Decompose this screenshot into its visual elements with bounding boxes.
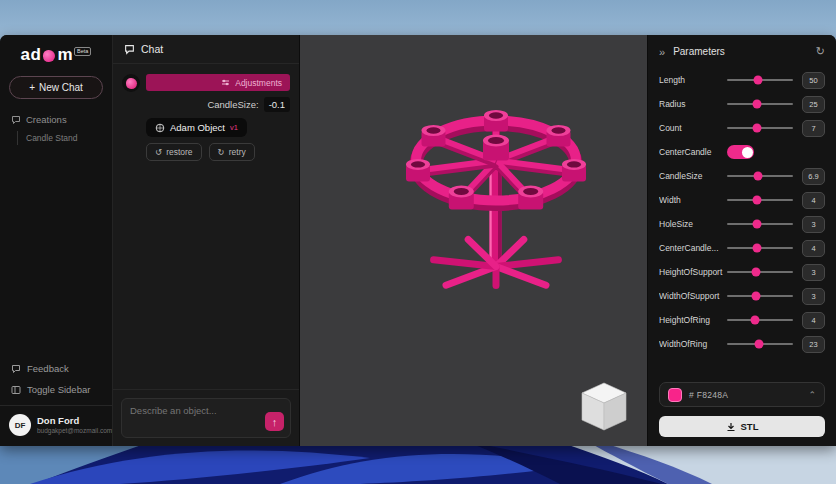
chat-title: Chat xyxy=(141,43,163,55)
slider-thumb[interactable] xyxy=(754,340,763,349)
param-row-heightofring: HeightOfRing 4 xyxy=(659,312,825,328)
adjustments-label: Adjustments xyxy=(235,78,282,88)
parameters-panel: » Parameters ↻ Length 50 Radius 25 Count… xyxy=(647,35,836,446)
param-slider[interactable] xyxy=(727,271,793,273)
param-slider[interactable] xyxy=(727,175,793,177)
param-label: WidthOfSupport xyxy=(659,291,725,301)
param-row-width: Width 4 xyxy=(659,192,825,208)
send-arrow-icon: ↑ xyxy=(272,416,278,428)
param-value: 23 xyxy=(802,336,825,353)
slider-thumb[interactable] xyxy=(752,244,761,253)
app-window: ad m Beta + New Chat Creations Candle St… xyxy=(0,35,836,446)
chat-bubble-icon xyxy=(124,44,135,55)
parameters-header: » Parameters ↻ xyxy=(659,45,825,58)
beta-badge: Beta xyxy=(74,47,91,56)
assistant-avatar xyxy=(122,74,140,92)
send-button[interactable]: ↑ xyxy=(265,412,284,431)
param-row-length: Length 50 xyxy=(659,72,825,88)
creation-item-candle-stand[interactable]: Candle Stand xyxy=(17,131,112,145)
slider-thumb[interactable] xyxy=(754,172,763,181)
param-value: 25 xyxy=(802,96,825,113)
param-label: CenterCandle... xyxy=(659,243,725,253)
param-row-candlesize: CandleSize 6.9 xyxy=(659,168,825,184)
object-chip-label: Adam Object xyxy=(170,122,225,133)
slider-thumb[interactable] xyxy=(753,220,762,229)
param-slider[interactable] xyxy=(727,343,793,345)
retry-icon: ↻ xyxy=(218,147,225,157)
reset-parameters-icon[interactable]: ↻ xyxy=(816,45,825,58)
chevron-up-icon[interactable]: ⌃ xyxy=(808,390,816,400)
param-label: Radius xyxy=(659,99,725,109)
toggle-sidebar-link[interactable]: Toggle Sidebar xyxy=(0,379,112,400)
adjustments-header[interactable]: Adjustments xyxy=(146,74,290,91)
retry-button[interactable]: ↻ retry xyxy=(209,143,255,161)
param-slider[interactable] xyxy=(727,319,793,321)
restore-button[interactable]: ↺ restore xyxy=(146,143,202,161)
speech-bubble-icon xyxy=(11,115,21,125)
param-value: 4 xyxy=(802,240,825,257)
param-label: WidthOfRing xyxy=(659,339,725,349)
centercandle-toggle[interactable] xyxy=(727,145,754,159)
param-slider[interactable] xyxy=(727,103,793,105)
slider-thumb[interactable] xyxy=(752,292,761,301)
param-value: 3 xyxy=(802,216,825,233)
param-slider[interactable] xyxy=(727,223,793,225)
feedback-label: Feedback xyxy=(27,363,69,374)
color-swatch[interactable] xyxy=(668,388,682,402)
logo-text-left: ad xyxy=(21,45,42,65)
color-hex-value: # F8248A xyxy=(689,390,728,400)
slider-thumb[interactable] xyxy=(751,316,760,325)
color-picker-row[interactable]: # F8248A ⌃ xyxy=(659,382,825,407)
user-profile[interactable]: DF Don Ford budgakpet@mozmail.com xyxy=(0,405,112,438)
logo-blob-icon xyxy=(43,50,55,62)
desktop-wallpaper-top xyxy=(0,0,836,40)
plus-icon: + xyxy=(29,82,35,93)
new-chat-button[interactable]: + New Chat xyxy=(9,76,103,99)
param-value: 6.9 xyxy=(802,168,825,185)
message-actions: ↺ restore ↻ retry xyxy=(146,143,290,161)
param-row-holesize: HoleSize 3 xyxy=(659,216,825,232)
param-row-heightofsupport: HeightOfSupport 3 xyxy=(659,264,825,280)
candle-stand-model[interactable] xyxy=(384,67,609,292)
slider-thumb[interactable] xyxy=(753,196,762,205)
new-chat-label: New Chat xyxy=(39,82,83,93)
slider-thumb[interactable] xyxy=(753,100,762,109)
user-email: budgakpet@mozmail.com xyxy=(37,426,112,435)
adam-object-chip[interactable]: Adam Object v1 xyxy=(146,118,247,137)
object-version: v1 xyxy=(230,123,238,132)
sidebar-toggle-icon xyxy=(11,385,21,395)
slider-thumb[interactable] xyxy=(752,268,761,277)
user-name: Don Ford xyxy=(37,415,112,426)
param-label: Length xyxy=(659,75,725,85)
3d-viewport[interactable] xyxy=(300,35,647,446)
user-avatar: DF xyxy=(9,414,31,436)
chat-header: Chat xyxy=(113,35,299,64)
param-label: HeightOfRing xyxy=(659,315,725,325)
collapse-panel-icon[interactable]: » xyxy=(659,46,665,58)
param-row-centercandle-size: CenterCandle... 4 xyxy=(659,240,825,256)
param-slider[interactable] xyxy=(727,127,793,129)
parameters-footer: # F8248A ⌃ STL xyxy=(659,382,825,437)
creations-label: Creations xyxy=(26,114,67,125)
param-label: Count xyxy=(659,123,725,133)
logo-text-right: m xyxy=(57,45,73,65)
slider-thumb[interactable] xyxy=(754,76,763,85)
view-gizmo-cube[interactable] xyxy=(577,380,631,436)
restore-label: restore xyxy=(166,147,192,157)
download-stl-button[interactable]: STL xyxy=(659,416,825,437)
param-slider[interactable] xyxy=(727,295,793,297)
toggle-sidebar-label: Toggle Sidebar xyxy=(27,384,90,395)
param-label: CenterCandle xyxy=(659,147,725,157)
slider-thumb[interactable] xyxy=(753,124,762,133)
chat-input[interactable] xyxy=(130,405,250,416)
sidebar-item-creations[interactable]: Creations xyxy=(0,114,112,125)
message-bubble: Adjustments CandleSize: -0.1 Adam Object… xyxy=(146,74,290,161)
param-slider[interactable] xyxy=(727,199,793,201)
sliders-icon xyxy=(221,78,230,87)
param-value: 3 xyxy=(802,264,825,281)
chat-input-box[interactable]: ↑ xyxy=(121,398,291,438)
sidebar: ad m Beta + New Chat Creations Candle St… xyxy=(0,35,112,446)
param-slider[interactable] xyxy=(727,79,793,81)
param-slider[interactable] xyxy=(727,247,793,249)
feedback-link[interactable]: Feedback xyxy=(0,358,112,379)
